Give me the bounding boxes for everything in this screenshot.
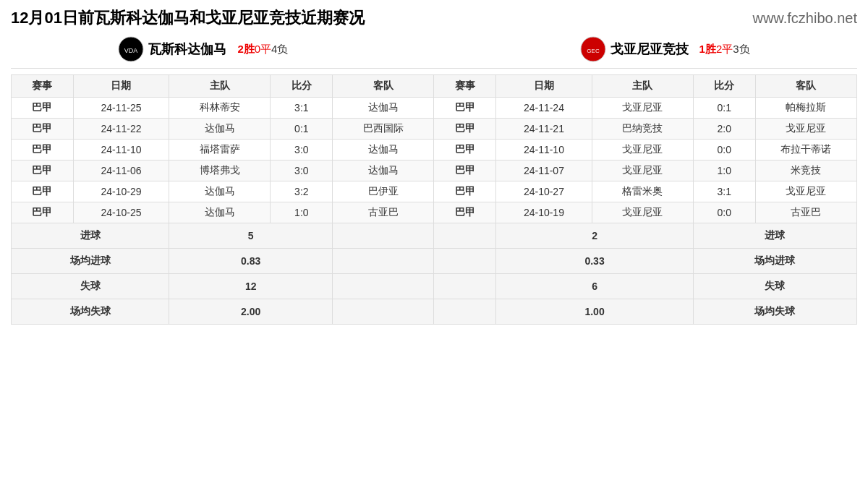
date1-cell: 24-10-25 — [73, 202, 169, 223]
col-event1: 赛事 — [12, 75, 74, 98]
table-row: 巴甲 24-11-22 达伽马 0:1 巴西国际 巴甲 24-11-21 巴纳竞… — [12, 119, 857, 140]
stat-val2-left — [434, 223, 496, 249]
stat-val2: 1.00 — [496, 299, 694, 325]
event1-cell: 巴甲 — [12, 119, 74, 140]
svg-text:VDA: VDA — [124, 47, 138, 54]
stat-val2: 0.33 — [496, 249, 694, 274]
date2-cell: 24-11-24 — [496, 98, 592, 119]
home1-cell: 博塔弗戈 — [169, 160, 271, 181]
date1-cell: 24-11-10 — [73, 140, 169, 160]
date1-cell: 24-11-25 — [73, 98, 169, 119]
team1-record: 2胜0平4负 — [237, 43, 288, 56]
table-row: 巴甲 24-11-06 博塔弗戈 3:0 达伽马 巴甲 24-11-07 戈亚尼… — [12, 160, 857, 181]
away1-cell: 古亚巴 — [333, 202, 434, 223]
page: 12月01日前瓦斯科达伽马和戈亚尼亚竞技近期赛况 www.fczhibo.net… — [0, 0, 868, 332]
away2-cell: 戈亚尼亚 — [755, 119, 856, 140]
stat-spacer — [333, 299, 434, 325]
home1-cell: 福塔雷萨 — [169, 140, 271, 160]
stat-val2: 2 — [496, 223, 694, 249]
home1-cell: 达伽马 — [169, 119, 271, 140]
home2-cell: 戈亚尼亚 — [592, 160, 693, 181]
team2-win: 1胜 — [699, 43, 716, 55]
home2-cell: 巴纳竞技 — [592, 119, 693, 140]
stat-val1: 5 — [169, 223, 333, 249]
stats-row: 场均进球 0.83 0.33 场均进球 — [12, 249, 857, 274]
stat-label2: 场均进球 — [693, 249, 856, 274]
event2-cell: 巴甲 — [434, 98, 496, 119]
away2-cell: 布拉干蒂诺 — [755, 140, 856, 160]
event1-cell: 巴甲 — [12, 202, 74, 223]
team1-logo: VDA — [118, 36, 144, 62]
stat-label2: 进球 — [693, 223, 856, 249]
away2-cell: 米竞技 — [755, 160, 856, 181]
away1-cell: 巴伊亚 — [333, 181, 434, 202]
home1-cell: 达伽马 — [169, 202, 271, 223]
score2-cell: 0:1 — [693, 98, 755, 119]
team2-name: 戈亚尼亚竞技 — [610, 40, 689, 58]
stat-label1: 场均失球 — [12, 299, 169, 325]
stat-label1: 场均进球 — [12, 249, 169, 274]
away1-cell: 巴西国际 — [333, 119, 434, 140]
home2-cell: 戈亚尼亚 — [592, 202, 693, 223]
date1-cell: 24-11-22 — [73, 119, 169, 140]
score1-cell: 0:1 — [271, 119, 333, 140]
team1-section: VDA 瓦斯科达伽马 2胜0平4负 — [11, 36, 396, 62]
away1-cell: 达伽马 — [333, 160, 434, 181]
col-home2: 主队 — [592, 75, 693, 98]
away2-cell: 古亚巴 — [755, 202, 856, 223]
stat-val1: 0.83 — [169, 249, 333, 274]
date1-cell: 24-11-06 — [73, 160, 169, 181]
score1-cell: 3:1 — [271, 98, 333, 119]
stats-row: 进球 5 2 进球 — [12, 223, 857, 249]
svg-text:GEC: GEC — [587, 48, 600, 54]
score2-cell: 2:0 — [693, 119, 755, 140]
stat-val2: 6 — [496, 274, 694, 299]
stat-val1: 12 — [169, 274, 333, 299]
col-event2: 赛事 — [434, 75, 496, 98]
stat-val2-left — [434, 274, 496, 299]
event2-cell: 巴甲 — [434, 181, 496, 202]
col-home1: 主队 — [169, 75, 271, 98]
stat-label2: 场均失球 — [693, 299, 856, 325]
page-title: 12月01日前瓦斯科达伽马和戈亚尼亚竞技近期赛况 — [11, 7, 365, 29]
stat-label1: 失球 — [12, 274, 169, 299]
event1-cell: 巴甲 — [12, 98, 74, 119]
team2-logo: GEC — [580, 36, 606, 62]
event2-cell: 巴甲 — [434, 202, 496, 223]
header: 12月01日前瓦斯科达伽马和戈亚尼亚竞技近期赛况 www.fczhibo.net — [11, 7, 857, 29]
table-row: 巴甲 24-10-29 达伽马 3:2 巴伊亚 巴甲 24-10-27 格雷米奥… — [12, 181, 857, 202]
away2-cell: 戈亚尼亚 — [755, 181, 856, 202]
col-away2: 客队 — [755, 75, 856, 98]
event1-cell: 巴甲 — [12, 140, 74, 160]
date2-cell: 24-11-10 — [496, 140, 592, 160]
score1-cell: 3:2 — [271, 181, 333, 202]
score1-cell: 3:0 — [271, 140, 333, 160]
date2-cell: 24-11-21 — [496, 119, 592, 140]
stat-val2-left — [434, 249, 496, 274]
date2-cell: 24-11-07 — [496, 160, 592, 181]
stat-label2: 失球 — [693, 274, 856, 299]
stat-spacer — [333, 249, 434, 274]
team2-record: 1胜2平3负 — [699, 43, 750, 56]
team2-section: GEC 戈亚尼亚竞技 1胜2平3负 — [472, 36, 857, 62]
score1-cell: 1:0 — [271, 202, 333, 223]
stat-val1: 2.00 — [169, 299, 333, 325]
website-url: www.fczhibo.net — [752, 10, 857, 27]
date1-cell: 24-10-29 — [73, 181, 169, 202]
date2-cell: 24-10-27 — [496, 181, 592, 202]
event1-cell: 巴甲 — [12, 181, 74, 202]
away2-cell: 帕梅拉斯 — [755, 98, 856, 119]
home2-cell: 格雷米奥 — [592, 181, 693, 202]
main-table: 赛事 日期 主队 比分 客队 赛事 日期 主队 比分 客队 巴甲 24-11-2… — [11, 74, 857, 325]
event2-cell: 巴甲 — [434, 160, 496, 181]
teams-row: VDA 瓦斯科达伽马 2胜0平4负 GEC 戈亚尼亚竞技 1胜2平3负 — [11, 36, 857, 69]
event1-cell: 巴甲 — [12, 160, 74, 181]
score2-cell: 0:0 — [693, 140, 755, 160]
score2-cell: 0:0 — [693, 202, 755, 223]
stat-label1: 进球 — [12, 223, 169, 249]
col-date2: 日期 — [496, 75, 592, 98]
col-away1: 客队 — [333, 75, 434, 98]
team1-name: 瓦斯科达伽马 — [148, 40, 226, 58]
home1-cell: 科林蒂安 — [169, 98, 271, 119]
home1-cell: 达伽马 — [169, 181, 271, 202]
